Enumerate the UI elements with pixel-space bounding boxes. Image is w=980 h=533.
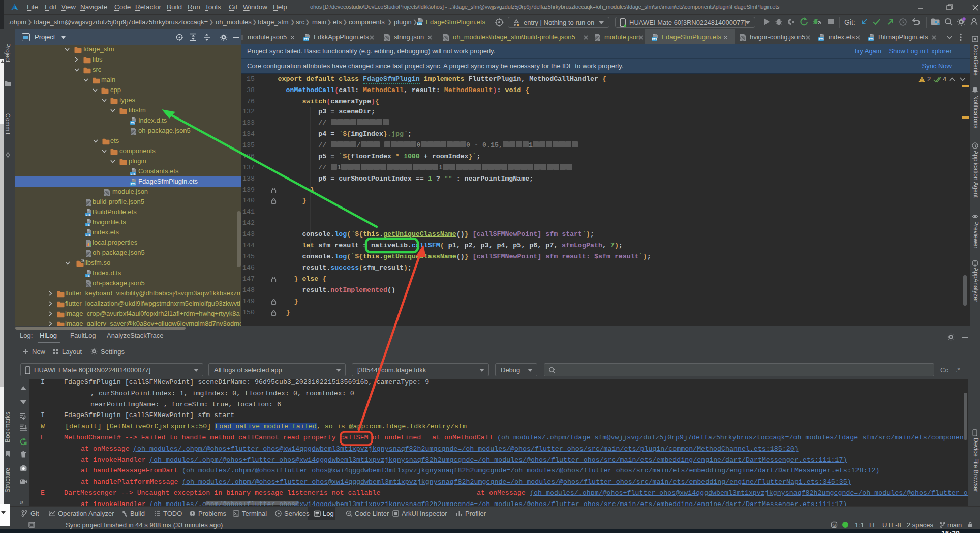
svg-text:ETS: ETS	[131, 183, 136, 186]
svg-text:ETS: ETS	[417, 22, 422, 25]
svg-text:TS: TS	[86, 223, 89, 226]
svg-text:ETS: ETS	[86, 213, 91, 216]
svg-text:ETS: ETS	[869, 38, 874, 41]
svg-text:ETS: ETS	[819, 38, 824, 41]
svg-text:ETS: ETS	[652, 38, 657, 41]
svg-text:ETS: ETS	[304, 38, 309, 41]
svg-text:G: G	[832, 523, 836, 528]
svg-text:TS: TS	[131, 122, 134, 125]
svg-text:ETS: ETS	[86, 233, 91, 236]
svg-text:ETS: ETS	[131, 172, 136, 175]
svg-text:TS: TS	[86, 274, 89, 277]
